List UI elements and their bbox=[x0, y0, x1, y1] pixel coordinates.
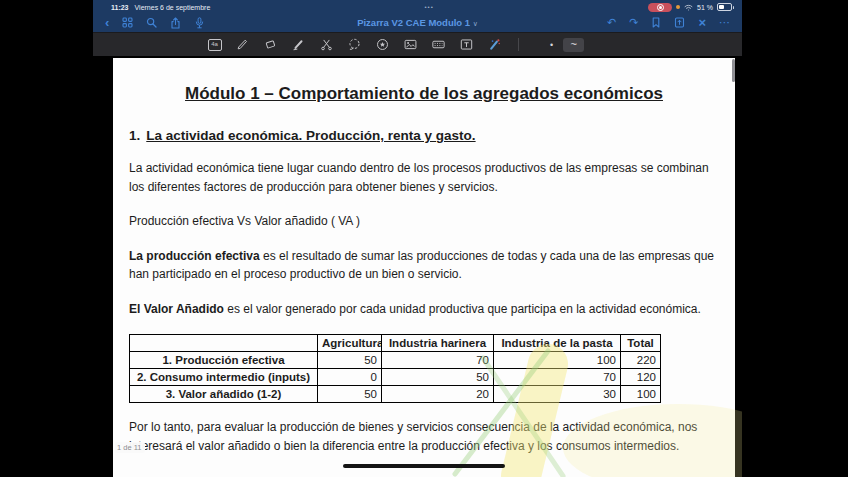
status-right: 51 % bbox=[648, 3, 732, 12]
clock: 11:23 bbox=[111, 4, 129, 11]
row-label: 1. Producción efectiva bbox=[130, 352, 318, 369]
more-icon[interactable]: ⋯ bbox=[719, 17, 730, 28]
marker-icon bbox=[488, 38, 501, 51]
section-number: 1. bbox=[129, 128, 140, 143]
lasso-tool[interactable] bbox=[347, 37, 362, 53]
image-tool[interactable] bbox=[403, 37, 418, 53]
table-cell: 50 bbox=[382, 369, 494, 386]
table-cell: 20 bbox=[382, 386, 494, 403]
nav-bar: ‹ Pizarra V2 CAE Modulo 1 ∨ ↶ ↷ × ⋯ bbox=[93, 13, 742, 32]
text-tool-icon bbox=[460, 38, 473, 51]
battery-tip bbox=[733, 6, 735, 9]
text-tool[interactable] bbox=[459, 37, 474, 53]
table-header-row: Agricultura Industria harinera Industria… bbox=[130, 335, 661, 352]
table-cell: 0 bbox=[318, 369, 382, 386]
shapes-tool[interactable] bbox=[375, 37, 390, 53]
stroke-style-curve[interactable]: ~ bbox=[563, 38, 584, 52]
title-dropdown-icon: ∨ bbox=[473, 20, 478, 27]
table-row: 2. Consumo intermedio (inputs) 0 50 70 1… bbox=[130, 369, 661, 386]
mic-active-icon bbox=[676, 5, 680, 9]
letterbox-frame: 11:23 Viernes 6 de septiembre ••• 51 % ‹ bbox=[0, 0, 848, 477]
export-page-icon[interactable] bbox=[674, 17, 685, 28]
back-icon[interactable]: ‹ bbox=[105, 17, 109, 28]
paragraph: Por lo tanto, para evaluar la producción… bbox=[129, 418, 719, 455]
eraser-icon bbox=[264, 38, 277, 51]
paragraph: La producción efectiva es el resultado d… bbox=[129, 247, 719, 284]
table-cell: 120 bbox=[621, 369, 661, 386]
doc-title: Módulo 1 – Comportamiento de los agregad… bbox=[129, 84, 719, 104]
table-row: 3. Valor añadido (1-2) 50 20 30 100 bbox=[130, 386, 661, 403]
table-cell: 70 bbox=[494, 369, 621, 386]
table-cell: 50 bbox=[318, 386, 382, 403]
battery-icon bbox=[717, 3, 732, 11]
header-cell: Industria harinera bbox=[382, 335, 494, 352]
nav-left-group: ‹ bbox=[105, 17, 205, 29]
document-page[interactable]: Módulo 1 – Comportamiento de los agregad… bbox=[113, 58, 735, 477]
canvas-area[interactable]: Módulo 1 – Comportamiento de los agregad… bbox=[93, 56, 742, 477]
status-date: Viernes 6 de septiembre bbox=[135, 4, 211, 11]
image-icon bbox=[404, 38, 417, 51]
pen-tool[interactable] bbox=[235, 37, 250, 53]
row-label: 2. Consumo intermedio (inputs) bbox=[130, 369, 318, 386]
paragraph: Producción efectiva Vs Valor añadido ( V… bbox=[129, 212, 719, 231]
ipad-screen: 11:23 Viernes 6 de septiembre ••• 51 % ‹ bbox=[93, 0, 742, 477]
microphone-icon[interactable] bbox=[194, 17, 205, 29]
undo-icon[interactable]: ↶ bbox=[607, 17, 616, 28]
wifi-icon bbox=[684, 4, 693, 11]
search-icon[interactable] bbox=[146, 17, 157, 28]
status-center-dots: ••• bbox=[425, 4, 434, 10]
table-cell: 50 bbox=[318, 352, 382, 369]
home-indicator[interactable] bbox=[343, 464, 505, 468]
drawing-toolbar: 4a • ~ bbox=[93, 32, 742, 56]
battery-fill bbox=[719, 5, 724, 9]
eraser-tool[interactable] bbox=[263, 37, 278, 53]
battery-percent: 51 % bbox=[697, 4, 713, 11]
status-left: 11:23 Viernes 6 de septiembre bbox=[111, 4, 210, 11]
header-cell bbox=[130, 335, 318, 352]
screen-recording-indicator[interactable] bbox=[648, 3, 672, 12]
share-icon[interactable] bbox=[170, 17, 181, 29]
scissors-icon bbox=[320, 38, 333, 51]
tool-group: 4a bbox=[207, 37, 502, 53]
marker-tool[interactable] bbox=[487, 37, 502, 53]
section-title: La actividad económica. Producción, rent… bbox=[146, 128, 475, 143]
bold-lead: El Valor Añadido bbox=[129, 302, 224, 316]
zoom-text-tool[interactable]: 4a bbox=[207, 37, 222, 53]
table-cell: 220 bbox=[621, 352, 661, 369]
paragraph: El Valor Añadido es el valor generado po… bbox=[129, 300, 719, 319]
header-cell: Total bbox=[621, 335, 661, 352]
highlighter-icon bbox=[292, 38, 305, 51]
nav-title-text: Pizarra V2 CAE Modulo 1 bbox=[357, 17, 470, 28]
row-label: 3. Valor añadido (1-2) bbox=[130, 386, 318, 403]
keyboard-tool[interactable] bbox=[431, 37, 446, 53]
pen-icon bbox=[236, 38, 249, 51]
table-cell: 70 bbox=[382, 352, 494, 369]
scissors-tool[interactable] bbox=[319, 37, 334, 53]
status-bar: 11:23 Viernes 6 de septiembre ••• 51 % bbox=[93, 0, 742, 13]
bookmark-icon[interactable] bbox=[651, 17, 661, 28]
table-row: 1. Producción efectiva 50 70 100 220 bbox=[130, 352, 661, 369]
highlighter-tool[interactable] bbox=[291, 37, 306, 53]
bold-lead: La producción efectiva bbox=[129, 249, 260, 263]
app-grid-icon[interactable] bbox=[122, 17, 133, 28]
redo-icon[interactable]: ↷ bbox=[629, 17, 638, 28]
toolbar-divider bbox=[518, 38, 519, 51]
page-indicator: 1 de 11 bbox=[115, 442, 145, 453]
table-cell: 30 bbox=[494, 386, 621, 403]
stroke-size-dot[interactable]: • bbox=[550, 40, 553, 50]
zoom-text-icon: 4a bbox=[208, 39, 222, 51]
header-cell: Agricultura bbox=[318, 335, 382, 352]
nav-right-group: ↶ ↷ × ⋯ bbox=[607, 17, 730, 28]
table-cell: 100 bbox=[494, 352, 621, 369]
lasso-icon bbox=[348, 38, 361, 51]
shapes-icon bbox=[376, 38, 389, 51]
close-icon[interactable]: × bbox=[698, 17, 706, 28]
keyboard-icon bbox=[432, 38, 445, 51]
value-added-table: Agricultura Industria harinera Industria… bbox=[129, 334, 661, 403]
section-heading: 1.La actividad económica. Producción, re… bbox=[129, 128, 719, 143]
table-cell: 100 bbox=[621, 386, 661, 403]
header-cell: Industria de la pasta bbox=[494, 335, 621, 352]
paragraph: La actividad económica tiene lugar cuand… bbox=[129, 159, 719, 196]
paragraph-text: es el valor generado por cada unidad pro… bbox=[224, 302, 701, 316]
scrollbar-thumb[interactable] bbox=[732, 59, 735, 82]
